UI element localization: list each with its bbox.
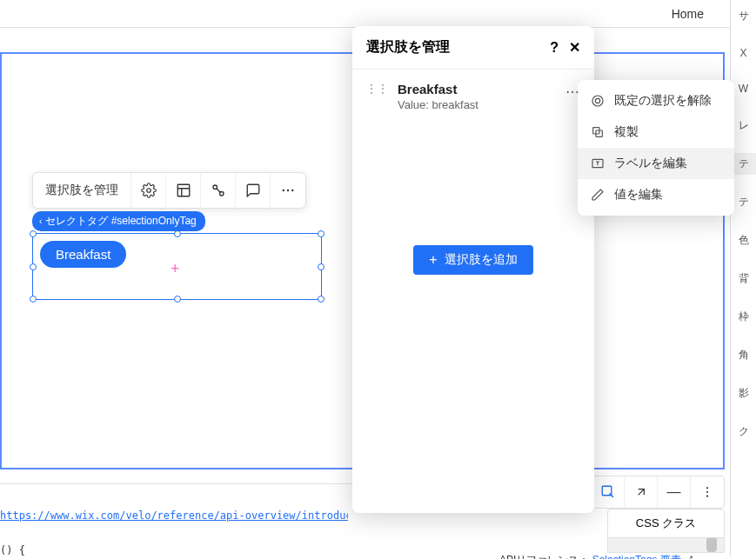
context-menu: 既定の選択を解除 複製 ラベルを編集 値を編集	[578, 80, 734, 216]
scrollbar[interactable]	[607, 537, 725, 553]
target-icon	[590, 94, 605, 108]
option-row[interactable]: ⋮⋮ Breakfast Value: breakfast ⋯	[352, 70, 594, 123]
element-type-label: セレクトタグ #selectionOnlyTag	[45, 214, 196, 229]
resize-handle[interactable]	[30, 263, 37, 270]
selection-bounds[interactable]: Breakfast +	[32, 233, 322, 300]
drag-handle-icon[interactable]: ⋮⋮	[366, 82, 389, 94]
rp-item[interactable]: テ	[731, 153, 756, 175]
rp-item[interactable]: テ	[731, 191, 756, 213]
scrollbar-thumb[interactable]	[706, 537, 717, 552]
settings-icon[interactable]	[131, 172, 166, 209]
svg-point-14	[706, 491, 708, 493]
resize-handle[interactable]	[30, 296, 37, 303]
ctx-clear-default[interactable]: 既定の選択を解除	[578, 85, 734, 116]
help-icon[interactable]: ?	[550, 40, 559, 56]
right-panel: サ X W レ テ テ 色 背 枠 角 影 ク	[730, 0, 756, 556]
top-bar: Home	[0, 0, 756, 28]
inspect-icon[interactable]	[592, 476, 625, 508]
css-class-panel[interactable]: CSS クラス	[607, 509, 725, 538]
rp-item[interactable]: 枠	[731, 306, 756, 328]
add-option-button[interactable]: + 選択肢を追加	[413, 245, 532, 275]
ctx-label: 値を編集	[614, 187, 663, 203]
svg-point-6	[291, 190, 293, 191]
svg-point-7	[592, 96, 603, 106]
rp-item[interactable]: 色	[731, 230, 756, 251]
manage-options-button[interactable]: 選択肢を管理	[33, 173, 131, 208]
rp-item[interactable]: W	[731, 79, 756, 98]
more-icon[interactable]	[271, 172, 305, 209]
svg-point-13	[706, 487, 708, 489]
rp-item[interactable]: ク	[731, 421, 756, 443]
resize-handle[interactable]	[174, 296, 181, 303]
manage-options-modal: 選択肢を管理 ? ✕ ⋮⋮ Breakfast Value: breakfast…	[352, 26, 594, 513]
layout-icon[interactable]	[166, 172, 201, 209]
text-icon	[590, 156, 605, 170]
ctx-edit-label[interactable]: ラベルを編集	[578, 148, 734, 179]
tag-pill-breakfast[interactable]: Breakfast	[40, 241, 126, 268]
comment-icon[interactable]	[236, 172, 271, 209]
rp-item[interactable]: レ	[731, 115, 756, 136]
svg-point-0	[146, 189, 151, 193]
element-toolbar: 選択肢を管理	[32, 172, 306, 209]
resize-handle[interactable]	[318, 296, 324, 303]
api-link[interactable]: SelectionTags 要素	[592, 554, 681, 559]
option-label: Breakfast	[398, 82, 478, 96]
resize-handle[interactable]	[174, 230, 181, 237]
add-tag-plus-icon[interactable]: +	[171, 260, 180, 278]
chevron-left-icon: ‹	[39, 216, 42, 226]
animation-icon[interactable]	[201, 172, 236, 209]
resize-handle[interactable]	[318, 263, 324, 270]
rp-item[interactable]: X	[731, 43, 756, 63]
ctx-duplicate[interactable]: 複製	[578, 116, 734, 148]
rp-item[interactable]: 影	[731, 383, 756, 404]
svg-rect-1	[177, 184, 190, 196]
code-url[interactable]: https://www.wix.com/velo/reference/api-o…	[0, 509, 348, 522]
ctx-label: ラベルを編集	[614, 156, 687, 171]
pencil-icon	[590, 188, 605, 202]
svg-point-4	[283, 190, 284, 191]
modal-title: 選択肢を管理	[366, 38, 450, 57]
svg-point-15	[706, 496, 708, 497]
close-icon[interactable]: ✕	[569, 39, 580, 56]
resize-handle[interactable]	[318, 230, 324, 237]
more-vertical-icon[interactable]	[691, 476, 724, 508]
option-value: Value: breakfast	[398, 98, 478, 111]
plus-icon: +	[429, 252, 437, 268]
svg-point-5	[287, 190, 289, 191]
rp-item[interactable]: 背	[731, 268, 756, 289]
ctx-edit-value[interactable]: 値を編集	[578, 179, 734, 210]
modal-header: 選択肢を管理 ? ✕	[352, 26, 594, 70]
api-reference: APIリファレンス： SelectionTags 要素 ↗	[499, 553, 694, 559]
code-line: () {	[0, 544, 25, 556]
home-link[interactable]: Home	[663, 2, 713, 26]
svg-point-8	[595, 98, 599, 103]
rp-item[interactable]: サ	[731, 5, 756, 27]
element-type-badge[interactable]: ‹ セレクトタグ #selectionOnlyTag	[32, 211, 205, 231]
dev-toolbar: —	[591, 476, 725, 509]
resize-handle[interactable]	[30, 230, 37, 237]
add-option-label: 選択肢を追加	[445, 252, 518, 268]
external-icon: ↗	[684, 554, 694, 559]
ctx-label: 既定の選択を解除	[614, 93, 712, 109]
minimize-icon[interactable]: —	[658, 476, 691, 508]
copy-icon	[590, 125, 605, 139]
ctx-label: 複製	[614, 124, 639, 140]
expand-icon[interactable]	[625, 476, 658, 508]
rp-item[interactable]: 角	[731, 344, 756, 366]
